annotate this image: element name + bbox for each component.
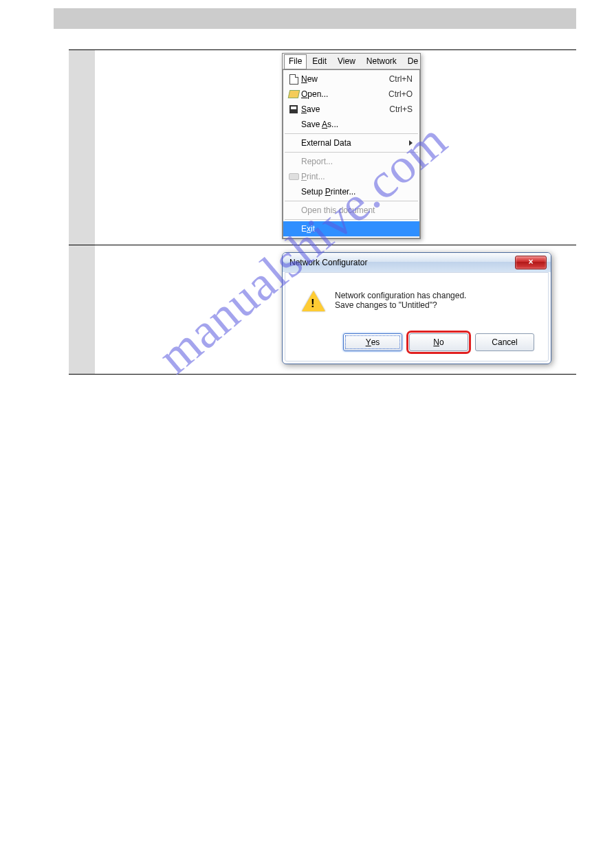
dialog-title: Network Configurator (289, 258, 515, 267)
menu-separator (285, 133, 418, 134)
menu-separator (285, 152, 418, 153)
menubar-item-edit[interactable]: Edit (307, 54, 332, 69)
open-icon (286, 90, 301, 98)
menubar: File Edit View Network De (283, 54, 420, 69)
step-text-col (95, 50, 282, 245)
save-icon (286, 105, 301, 113)
menu-print: Print... (283, 169, 419, 184)
no-button[interactable]: No (409, 333, 468, 351)
menu-separator (285, 219, 418, 220)
warning-icon (302, 291, 325, 311)
menubar-item-view[interactable]: View (332, 54, 361, 69)
yes-button[interactable]: Yes (343, 333, 402, 351)
menubar-item-network[interactable]: Network (361, 54, 402, 69)
menu-new[interactable]: New Ctrl+N (283, 71, 419, 87)
menu-save[interactable]: Save Ctrl+S (283, 102, 419, 117)
menu-exit[interactable]: Exit (283, 221, 419, 236)
menubar-item-de[interactable]: De (402, 54, 424, 69)
menu-open-doc: Open this document (283, 203, 419, 218)
print-icon (286, 173, 301, 180)
new-file-icon (286, 74, 301, 85)
menu-report: Report... (283, 154, 419, 169)
page-header-band (54, 8, 576, 29)
save-dialog: Network Configurator × Network configura… (282, 252, 551, 364)
step-row-2: Network Configurator × Network configura… (69, 245, 576, 375)
dialog-title-bar: Network Configurator × (283, 253, 551, 272)
file-dropdown: New Ctrl+N Open... Ctrl+O Save Ctrl+S (283, 69, 420, 238)
menu-setup-printer[interactable]: Setup Printer... (283, 184, 419, 199)
file-menu-screenshot: File Edit View Network De New Ctrl+N Ope… (282, 53, 421, 239)
menu-external-data[interactable]: External Data (283, 135, 419, 151)
step-row-1: File Edit View Network De New Ctrl+N Ope… (69, 49, 576, 245)
cancel-button[interactable]: Cancel (475, 333, 534, 351)
menu-save-as[interactable]: Save As... (283, 117, 419, 132)
menu-open[interactable]: Open... Ctrl+O (283, 87, 419, 102)
submenu-arrow-icon (409, 140, 413, 146)
step-number-col (69, 245, 95, 374)
close-button[interactable]: × (515, 256, 547, 269)
step-text-col (95, 245, 282, 374)
step-number-col (69, 50, 95, 245)
menubar-item-file[interactable]: File (284, 54, 307, 69)
menu-separator (285, 201, 418, 201)
dialog-message: Network configuration has changed. Save … (335, 291, 466, 310)
